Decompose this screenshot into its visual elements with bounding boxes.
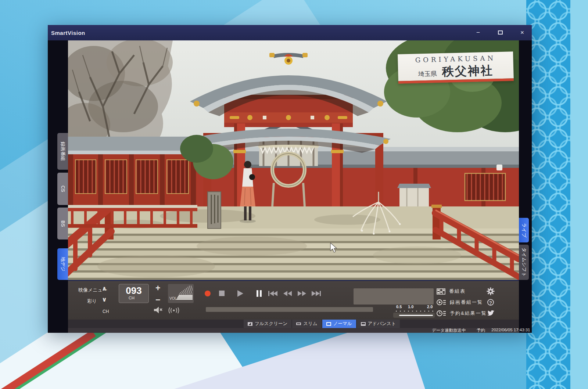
- ch-label: CH: [103, 309, 109, 314]
- control-panel: 映像メニュー 彩り ∧ ∨ CH 093 CH + − VOL: [68, 280, 519, 320]
- maximize-icon[interactable]: [496, 29, 505, 37]
- skip-forward-button[interactable]: [310, 288, 322, 299]
- minimize-icon[interactable]: −: [474, 29, 483, 37]
- gear-icon: [487, 287, 495, 295]
- rewind-button[interactable]: [282, 288, 294, 299]
- tab-timeshift[interactable]: タイムシフト: [519, 245, 529, 280]
- channel-unit: CH: [129, 296, 148, 300]
- volume-meter: VOL: [168, 284, 194, 303]
- normal-icon: [326, 322, 331, 326]
- skip-back-button[interactable]: [267, 288, 279, 299]
- video-display: GORIYAKUSAN 埼玉県 秩父神社: [68, 40, 519, 280]
- volume-level-icon: [176, 285, 193, 302]
- play-button[interactable]: [234, 288, 246, 299]
- speed-label-10: 1.0: [408, 305, 413, 309]
- slim-icon: [296, 323, 301, 325]
- rewind-icon: [283, 291, 292, 296]
- fullscreen-icon: [248, 322, 252, 326]
- tab-advanced-label: アドバンスト: [368, 321, 396, 327]
- signal-icon: [168, 307, 180, 316]
- fast-forward-icon: [297, 291, 306, 296]
- pause-button[interactable]: [253, 288, 265, 299]
- reservation-status: 予約: [477, 328, 485, 333]
- maximize-box: [498, 30, 503, 35]
- volume-up-button[interactable]: +: [155, 283, 160, 293]
- mute-icon: [153, 307, 163, 313]
- help-icon: ?: [487, 299, 494, 306]
- play-icon: [237, 290, 243, 297]
- mouse-cursor-icon: [330, 242, 338, 253]
- tab-cs[interactable]: CS: [57, 173, 68, 205]
- channel-number: 093: [119, 285, 148, 296]
- vol-label: VOL: [169, 296, 177, 300]
- channel-down-icon[interactable]: ∨: [102, 296, 107, 303]
- desktop: SmartVision − ×: [0, 0, 588, 389]
- speed-slider-level: [399, 315, 433, 316]
- tab-fullscreen-label: フルスクリーン: [255, 321, 287, 327]
- tab-terrestrial[interactable]: 地デジ: [57, 248, 68, 280]
- help-button[interactable]: ?: [486, 298, 495, 307]
- channel-display: 093 CH: [119, 284, 149, 303]
- tab-normal-label: ノーマル: [333, 321, 352, 327]
- view-tab-strip: フルスクリーン スリム ノーマル アドバンスト: [68, 320, 519, 328]
- desktop-stripe: [570, 0, 588, 389]
- speed-label-20: 2.0: [427, 305, 433, 309]
- program-guide-button[interactable]: 番組表: [437, 287, 466, 296]
- twitter-icon: [487, 310, 495, 317]
- volume-down-button[interactable]: −: [155, 295, 160, 305]
- caption-prefecture: 埼玉県: [418, 69, 437, 78]
- close-icon[interactable]: ×: [518, 29, 527, 37]
- twitter-button[interactable]: [486, 309, 495, 318]
- tab-advanced[interactable]: アドバンスト: [357, 320, 400, 328]
- tab-fullscreen[interactable]: フルスクリーン: [244, 320, 291, 328]
- settings-button[interactable]: [486, 287, 495, 296]
- program-caption: GORIYAKUSAN 埼玉県 秩父神社: [398, 51, 514, 84]
- reservation-list-label: 予約&結果一覧: [450, 310, 487, 317]
- status-bar: データ連動放送中 予約 2022/06/05 17:43:31: [68, 328, 519, 333]
- stop-button[interactable]: [216, 288, 228, 299]
- pause-icon: [256, 290, 262, 297]
- titlebar[interactable]: SmartVision − ×: [48, 25, 532, 40]
- skip-back-icon: [268, 291, 278, 296]
- reservation-list-button[interactable]: 予約&結果一覧: [437, 309, 487, 318]
- info-display: [354, 288, 434, 305]
- tab-slim[interactable]: スリム: [292, 320, 321, 328]
- app-title: SmartVision: [48, 30, 85, 36]
- desktop-pattern-band: [526, 0, 570, 389]
- speed-slider[interactable]: [393, 313, 435, 318]
- reservation-list-icon: [437, 310, 446, 317]
- channel-up-icon[interactable]: ∧: [102, 285, 107, 292]
- mute-button[interactable]: [153, 307, 163, 314]
- tab-live[interactable]: ライブ: [519, 218, 529, 242]
- fast-forward-button[interactable]: [296, 288, 308, 299]
- tab-normal[interactable]: ノーマル: [322, 320, 356, 328]
- tab-recorded-programs[interactable]: 録画番組: [57, 133, 68, 170]
- record-icon: [205, 291, 211, 296]
- program-guide-label: 番組表: [449, 288, 466, 295]
- recorded-list-icon: [437, 299, 446, 306]
- smartvision-window: SmartVision − ×: [48, 25, 532, 333]
- seek-bar[interactable]: [206, 307, 373, 312]
- tab-bs[interactable]: BS: [57, 208, 68, 239]
- tab-slim-label: スリム: [303, 321, 317, 327]
- data-broadcast-status: データ連動放送中: [432, 328, 466, 333]
- data-broadcast-chip: [496, 165, 502, 170]
- stop-icon: [219, 291, 225, 296]
- recorded-list-button[interactable]: 録画番組一覧: [437, 298, 483, 307]
- color-label[interactable]: 彩り: [87, 298, 97, 305]
- datetime: 2022/06/05 17:43:31: [491, 328, 530, 332]
- speed-scale-dots: [394, 310, 435, 312]
- caption-shrine-name: 秩父神社: [442, 62, 494, 80]
- speed-label-05: 0.5: [396, 305, 402, 309]
- recorded-list-label: 録画番組一覧: [450, 299, 483, 306]
- grid-icon: [437, 288, 445, 295]
- advanced-icon: [361, 322, 366, 326]
- skip-forward-icon: [311, 291, 321, 296]
- record-button[interactable]: [202, 288, 214, 299]
